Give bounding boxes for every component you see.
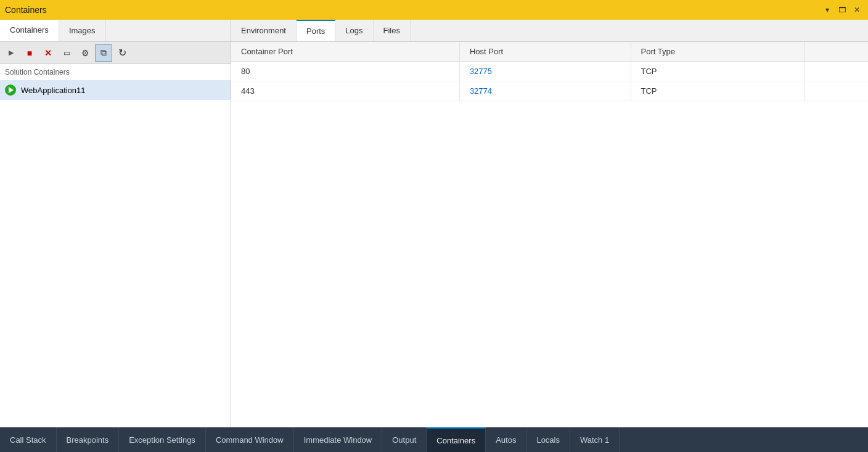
close-btn[interactable]: ✕ (851, 4, 863, 16)
tab-images[interactable]: Images (59, 20, 106, 41)
extra-1 (804, 81, 868, 101)
port-type-tcp-0: TCP (631, 62, 804, 81)
stop-button[interactable]: ■ (21, 44, 38, 62)
table-row: 443 32774 TCP (231, 81, 868, 101)
container-port-80: 80 (231, 62, 459, 81)
copy-button[interactable]: ⧉ (95, 44, 112, 62)
container-port-443: 443 (231, 81, 459, 101)
title-bar-controls: ▾ 🗖 ✕ (821, 4, 863, 16)
table-header-row: Container Port Host Port Port Type (231, 42, 868, 62)
restore-btn[interactable]: 🗖 (836, 4, 848, 16)
title-bar: Containers ▾ 🗖 ✕ (0, 0, 868, 20)
left-tabs: Containers Images (0, 20, 231, 42)
col-port-type: Port Type (631, 42, 804, 62)
left-toolbar: ▶ ■ ✕ ▭ ⚙ ⧉ ↻ (0, 42, 231, 64)
container-list: WebApplication11 (0, 80, 231, 427)
right-panel: Environment Ports Logs Files Container P… (231, 20, 868, 427)
bottom-tab-breakpoints[interactable]: Breakpoints (57, 427, 120, 452)
ports-table: Container Port Host Port Port Type 80 32… (231, 42, 868, 101)
tab-ports[interactable]: Ports (297, 20, 335, 41)
container-item[interactable]: WebApplication11 (0, 80, 231, 100)
table-row: 80 32775 TCP (231, 62, 868, 81)
bottom-tab-containers[interactable]: Containers (427, 427, 486, 452)
solution-label: Solution Containers (0, 64, 231, 80)
port-type-tcp-1: TCP (631, 81, 804, 101)
tab-files[interactable]: Files (374, 20, 411, 41)
col-container-port: Container Port (231, 42, 459, 62)
window-title: Containers (5, 5, 47, 15)
right-tabs: Environment Ports Logs Files (231, 20, 868, 42)
bottom-tab-command-window[interactable]: Command Window (206, 427, 294, 452)
delete-button[interactable]: ✕ (39, 44, 57, 62)
start-button[interactable]: ▶ (2, 44, 20, 62)
running-icon (5, 84, 16, 96)
tab-logs[interactable]: Logs (335, 20, 373, 41)
refresh-button[interactable]: ↻ (113, 44, 131, 62)
bottom-tab-autos[interactable]: Autos (486, 427, 526, 452)
left-panel: Containers Images ▶ ■ ✕ ▭ ⚙ ⧉ ↻ Solution… (0, 20, 231, 427)
dropdown-btn[interactable]: ▾ (821, 4, 833, 16)
bottom-tab-output[interactable]: Output (382, 427, 427, 452)
ports-table-wrapper: Container Port Host Port Port Type 80 32… (231, 42, 868, 427)
container-name: WebApplication11 (21, 86, 86, 95)
tab-containers[interactable]: Containers (0, 20, 59, 41)
main-area: Containers Images ▶ ■ ✕ ▭ ⚙ ⧉ ↻ Solution… (0, 20, 868, 427)
terminal-button[interactable]: ▭ (58, 44, 75, 62)
host-port-32775[interactable]: 32775 (459, 62, 631, 81)
extra-0 (804, 62, 868, 81)
bottom-tab-call-stack[interactable]: Call Stack (0, 427, 57, 452)
bottom-tab-locals[interactable]: Locals (526, 427, 570, 452)
tab-environment[interactable]: Environment (231, 20, 297, 41)
bottom-bar: Call Stack Breakpoints Exception Setting… (0, 427, 868, 452)
bottom-tab-watch1[interactable]: Watch 1 (570, 427, 620, 452)
settings-button[interactable]: ⚙ (76, 44, 94, 62)
bottom-tab-exception-settings[interactable]: Exception Settings (119, 427, 206, 452)
col-extra (804, 42, 868, 62)
bottom-tab-immediate-window[interactable]: Immediate Window (294, 427, 383, 452)
host-port-32774[interactable]: 32774 (459, 81, 631, 101)
col-host-port: Host Port (459, 42, 631, 62)
